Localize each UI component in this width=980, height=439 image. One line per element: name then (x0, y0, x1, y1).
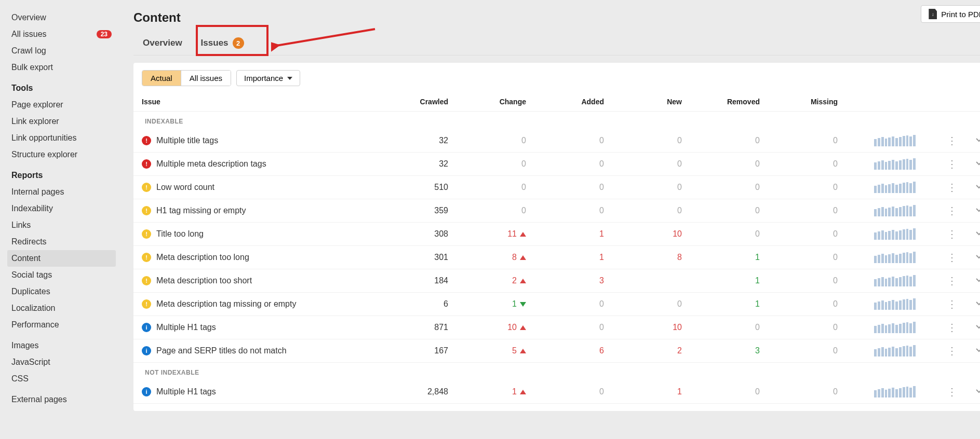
crawled-value: 308 (370, 229, 448, 239)
chevron-down-icon[interactable] (975, 159, 980, 169)
sidebar-item-label: Localization (11, 304, 56, 313)
sidebar-item-label: Performance (11, 320, 59, 330)
sidebar-item-link-explorer[interactable]: Link explorer (7, 113, 116, 130)
table-row[interactable]: !Meta description too long30181810⋮ (133, 246, 980, 269)
table-row[interactable]: !Low word count51000000⋮ (133, 176, 980, 199)
triangle-up-icon (520, 325, 526, 330)
table-row[interactable]: !Multiple meta description tags3200000⋮ (133, 153, 980, 176)
row-menu-button[interactable]: ⋮ (947, 345, 957, 357)
chevron-down-icon[interactable] (975, 299, 980, 309)
crawled-value: 184 (370, 276, 448, 285)
removed-value: 1 (682, 299, 760, 309)
row-menu-button[interactable]: ⋮ (947, 181, 957, 194)
sidebar-item-images[interactable]: Images (7, 337, 116, 354)
page-header: Content ↓ Print to PDF (133, 5, 980, 31)
added-value: 0 (526, 206, 604, 215)
table-row[interactable]: !Meta description tag missing or empty61… (133, 293, 980, 316)
sidebar-heading: Reports (7, 167, 116, 184)
removed-value: 0 (682, 136, 760, 145)
removed-value: 1 (682, 253, 760, 262)
table-row[interactable]: iPage and SERP titles do not match167562… (133, 339, 980, 363)
sidebar-item-social-tags[interactable]: Social tags (7, 267, 116, 283)
main-content: Content ↓ Print to PDF Overview Issues 2 (123, 0, 980, 439)
segment-actual[interactable]: Actual (142, 71, 181, 86)
page-title: Content (133, 10, 181, 25)
change-value: 5 (448, 346, 526, 355)
tab-issues[interactable]: Issues 2 (192, 31, 253, 55)
chevron-down-icon[interactable] (975, 276, 980, 286)
sidebar-item-internal-pages[interactable]: Internal pages (7, 184, 116, 200)
sidebar-item-redirects[interactable]: Redirects (7, 234, 116, 250)
print-button-label: Print to PDF (941, 10, 980, 19)
sidebar-item-label: Links (11, 221, 31, 230)
row-menu-button[interactable]: ⋮ (947, 228, 957, 240)
chevron-down-icon[interactable] (975, 135, 980, 146)
added-value: 6 (526, 346, 604, 355)
table-row[interactable]: !Multiple title tags3200000⋮ (133, 129, 980, 153)
severity-icon: ! (142, 206, 151, 215)
sidebar-item-external-pages[interactable]: External pages (7, 391, 116, 408)
sidebar-item-overview[interactable]: Overview (7, 9, 116, 26)
issue-name: Meta description tag missing or empty (156, 299, 296, 309)
caret-down-icon (287, 77, 292, 80)
row-menu-button[interactable]: ⋮ (947, 275, 957, 287)
sparkline (874, 228, 916, 240)
row-menu-button[interactable]: ⋮ (947, 386, 957, 398)
row-menu-button[interactable]: ⋮ (947, 158, 957, 170)
chevron-down-icon[interactable] (975, 205, 980, 216)
chevron-down-icon[interactable] (975, 346, 980, 356)
print-to-pdf-button[interactable]: ↓ Print to PDF (921, 5, 980, 23)
table-row[interactable]: iMultiple H1 tags8711001000⋮ (133, 316, 980, 339)
table-row[interactable]: !Meta description too short1842310⋮ (133, 269, 980, 293)
added-value: 1 (526, 229, 604, 239)
row-menu-button[interactable]: ⋮ (947, 251, 957, 264)
sidebar-item-link-opportunities[interactable]: Link opportunities (7, 130, 116, 146)
tab-overview[interactable]: Overview (133, 32, 192, 54)
missing-value: 0 (760, 229, 838, 239)
crawled-value: 871 (370, 323, 448, 332)
row-menu-button[interactable]: ⋮ (947, 321, 957, 334)
sidebar-item-css[interactable]: CSS (7, 371, 116, 387)
sidebar-item-performance[interactable]: Performance (7, 317, 116, 333)
sidebar-item-links[interactable]: Links (7, 217, 116, 234)
table-row[interactable]: iMultiple H1 tags2,84810100⋮ (133, 380, 980, 404)
removed-value: 0 (682, 387, 760, 396)
chevron-down-icon[interactable] (975, 387, 980, 397)
row-menu-button[interactable]: ⋮ (947, 134, 957, 147)
tab-issues-badge: 2 (233, 37, 244, 49)
row-menu-button[interactable]: ⋮ (947, 204, 957, 217)
sidebar-item-structure-explorer[interactable]: Structure explorer (7, 146, 116, 163)
importance-dropdown[interactable]: Importance (236, 70, 300, 86)
sidebar-item-label: Indexability (11, 204, 53, 213)
sidebar-item-javascript[interactable]: JavaScript (7, 354, 116, 371)
chevron-down-icon[interactable] (975, 252, 980, 263)
severity-icon: ! (142, 276, 151, 285)
new-value: 0 (604, 299, 682, 309)
crawled-value: 359 (370, 206, 448, 215)
sidebar-item-duplicates[interactable]: Duplicates (7, 283, 116, 300)
chevron-down-icon[interactable] (975, 182, 980, 193)
col-new: New (604, 98, 682, 106)
new-value: 0 (604, 206, 682, 215)
sidebar-item-localization[interactable]: Localization (7, 300, 116, 317)
issue-name: Multiple title tags (156, 136, 218, 145)
sidebar-item-content[interactable]: Content (7, 250, 116, 267)
row-menu-button[interactable]: ⋮ (947, 298, 957, 310)
chevron-down-icon[interactable] (975, 322, 980, 333)
sidebar-item-label: Social tags (11, 270, 52, 280)
sidebar-item-all-issues[interactable]: All issues23 (7, 26, 116, 43)
severity-icon: i (142, 387, 151, 396)
table-row[interactable]: !H1 tag missing or empty35900000⋮ (133, 199, 980, 223)
sidebar-item-crawl-log[interactable]: Crawl log (7, 43, 116, 59)
sidebar-item-indexability[interactable]: Indexability (7, 200, 116, 217)
crawled-value: 510 (370, 183, 448, 192)
removed-value: 0 (682, 183, 760, 192)
table-row[interactable]: !Title too long3081111000⋮ (133, 223, 980, 246)
table-header: Issue Crawled Change Added New Removed M… (133, 92, 980, 112)
crawled-value: 301 (370, 253, 448, 262)
sidebar-item-bulk-export[interactable]: Bulk export (7, 59, 116, 76)
chevron-down-icon[interactable] (975, 229, 980, 239)
segment-all-issues[interactable]: All issues (181, 71, 231, 86)
sidebar-item-label: Overview (11, 13, 46, 22)
sidebar-item-page-explorer[interactable]: Page explorer (7, 97, 116, 113)
